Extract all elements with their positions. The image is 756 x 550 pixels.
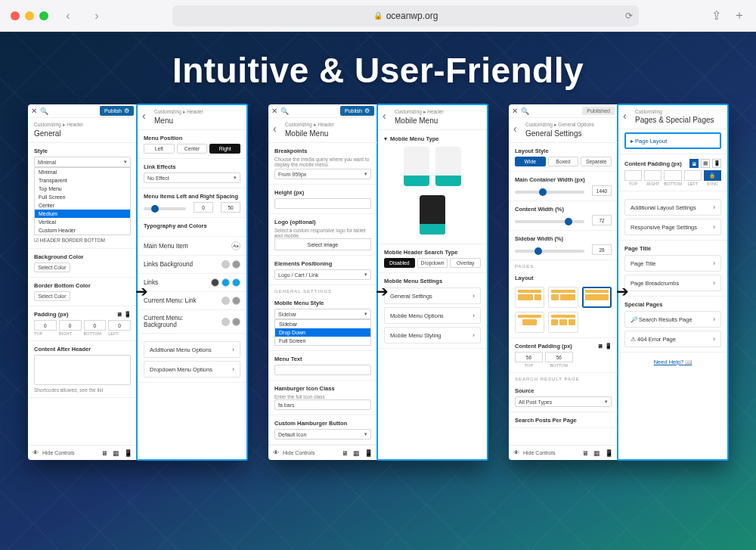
404-error-link[interactable]: ⚠ 404 Error Page›	[624, 331, 721, 347]
menu-preview[interactable]	[435, 147, 461, 186]
style-select[interactable]: Minimal	[34, 157, 131, 167]
layout-separate[interactable]: Separate	[581, 157, 612, 166]
search-icon[interactable]: 🔍	[280, 107, 289, 115]
new-tab-icon[interactable]: ＋	[733, 8, 745, 23]
mobile-icon[interactable]: 📱	[364, 449, 373, 457]
mobile-icon[interactable]: 📱	[124, 449, 132, 457]
tablet-toggle[interactable]: ▦	[701, 159, 710, 168]
help-link[interactable]: Need Help? 📖	[618, 353, 727, 371]
search-dropdown[interactable]: Dropdown	[417, 258, 448, 268]
minimize-window[interactable]	[25, 11, 34, 20]
pad-left-input[interactable]: 0	[108, 320, 131, 331]
source-select[interactable]: All Post Types	[515, 396, 612, 407]
pad-top-input[interactable]: 0	[34, 320, 57, 331]
layout-option[interactable]	[548, 287, 578, 308]
menu-preview[interactable]	[420, 195, 445, 235]
style-option[interactable]: Vertical	[35, 218, 130, 226]
pad-top-input[interactable]: 56	[515, 352, 543, 362]
tablet-icon[interactable]: ▦	[593, 449, 600, 457]
pos-left[interactable]: Left	[144, 144, 175, 154]
style-option[interactable]: Center	[35, 201, 130, 210]
nav-forward[interactable]: ›	[88, 7, 106, 25]
additional-layout-link[interactable]: Additional Layout Settings›	[624, 199, 721, 216]
pad-input[interactable]	[664, 170, 681, 181]
custom-hamburger-select[interactable]: Default Icon	[274, 429, 371, 440]
elements-positioning-select[interactable]: Logo / Cart / Link	[274, 269, 371, 280]
close-icon[interactable]: ✕	[512, 107, 518, 115]
layout-option[interactable]	[515, 287, 544, 308]
search-icon[interactable]: 🔍	[40, 107, 48, 115]
search-disabled[interactable]: Disabled	[384, 258, 415, 268]
close-icon[interactable]: ✕	[31, 107, 37, 115]
mobile-icon[interactable]: 📱	[605, 449, 613, 457]
page-breadcrumbs-link[interactable]: Page Breadcrumbs›	[624, 275, 721, 291]
content-width-slider[interactable]	[515, 220, 584, 223]
device-toggle[interactable]: 🖥 ▦ 📱	[689, 159, 721, 168]
maximize-window[interactable]	[39, 11, 48, 20]
eye-icon[interactable]: 👁	[273, 449, 279, 456]
url-bar[interactable]: 🔒 oceanwp.org ⟳	[172, 5, 639, 26]
breakpoints-select[interactable]: From 959px	[274, 169, 371, 179]
desktop-toggle[interactable]: 🖥	[689, 159, 699, 168]
responsive-page-settings-link[interactable]: Responsive Page Settings›	[624, 219, 721, 235]
style-option-selected[interactable]: Medium	[35, 210, 130, 218]
desktop-icon[interactable]: 🖥	[582, 449, 589, 457]
mobile-menu-options-link[interactable]: Mobile Menu Options›	[384, 307, 481, 324]
layout-boxed[interactable]: Boxed	[548, 157, 579, 166]
publish-button[interactable]: Publish⚙	[100, 106, 134, 116]
pad-input[interactable]	[644, 170, 662, 181]
font-icon[interactable]: Aa	[231, 241, 240, 250]
style-option[interactable]: Full Screen	[35, 193, 130, 201]
select-image-button[interactable]: Select image	[274, 238, 371, 250]
hide-controls[interactable]: Hide Controls	[42, 450, 74, 455]
spacing-slider[interactable]	[144, 207, 186, 210]
page-title-link[interactable]: Page Title›	[624, 255, 721, 272]
reload-icon[interactable]: ⟳	[625, 11, 633, 21]
publish-button[interactable]: Publish⚙	[340, 106, 374, 116]
select-color-button[interactable]: Select Color	[34, 291, 70, 301]
eye-icon[interactable]: 👁	[513, 449, 519, 456]
breadcrumb[interactable]: Customizing ▸ General Options General Se…	[509, 118, 618, 143]
search-overlay[interactable]: Overlay	[450, 258, 481, 268]
style-option[interactable]: Sidebar	[275, 320, 370, 328]
gear-icon[interactable]: ⚙	[364, 107, 370, 114]
border-bottom-checkbox[interactable]: HEADER BORDER BOTTOM	[40, 238, 105, 243]
general-settings-link[interactable]: General Settings›	[384, 287, 481, 304]
main-width-slider[interactable]	[515, 191, 584, 194]
pad-bottom-input[interactable]: 0	[84, 320, 107, 331]
sidebar-width-slider[interactable]	[515, 250, 584, 253]
sync-toggle[interactable]: 🔒	[704, 170, 721, 181]
hide-controls[interactable]: Hide Controls	[523, 450, 555, 455]
tablet-icon[interactable]: ▦	[353, 449, 360, 457]
layout-wide[interactable]: Wide	[515, 157, 546, 166]
nav-back[interactable]: ‹	[59, 7, 77, 25]
desktop-icon[interactable]: 🖥	[342, 449, 349, 457]
chevron-down-icon[interactable]: ▾	[384, 135, 387, 142]
hamburger-input[interactable]: fa bars	[274, 399, 371, 410]
pad-input[interactable]	[624, 170, 642, 181]
breadcrumb[interactable]: Customizing ▸ Header Mobile Menu	[378, 105, 487, 130]
close-icon[interactable]: ✕	[271, 107, 277, 115]
share-icon[interactable]: ⇪	[711, 8, 721, 23]
mobile-toggle[interactable]: 📱	[712, 159, 721, 168]
hide-controls[interactable]: Hide Controls	[283, 450, 314, 455]
style-option[interactable]: Transparent	[35, 176, 130, 185]
breadcrumb[interactable]: Customizing ▸ Header Menu	[138, 105, 246, 130]
tablet-icon[interactable]: ▦	[113, 449, 119, 457]
dropdown-menu-options[interactable]: Dropdown Menu Options›	[144, 361, 240, 378]
eye-icon[interactable]: 👁	[33, 449, 39, 456]
breadcrumb[interactable]: Customizing Pages & Special Pages	[618, 105, 727, 129]
height-input[interactable]	[274, 198, 371, 209]
pos-right[interactable]: Right	[209, 144, 240, 154]
page-layout-link[interactable]: ▸ Page Layout	[624, 132, 721, 149]
search-icon[interactable]: 🔍	[521, 107, 529, 115]
menu-preview[interactable]	[404, 147, 429, 186]
layout-option-selected[interactable]	[582, 287, 612, 308]
menu-text-input[interactable]	[274, 365, 371, 375]
style-option[interactable]: Custom Header	[35, 226, 130, 235]
pad-bottom-input[interactable]: 56	[545, 352, 573, 362]
breadcrumb[interactable]: Customizing ▸ Header Mobile Menu	[268, 118, 377, 143]
mobile-menu-styling-link[interactable]: Mobile Menu Styling›	[384, 327, 481, 343]
layout-option[interactable]	[548, 312, 578, 333]
pos-center[interactable]: Center	[177, 144, 208, 154]
